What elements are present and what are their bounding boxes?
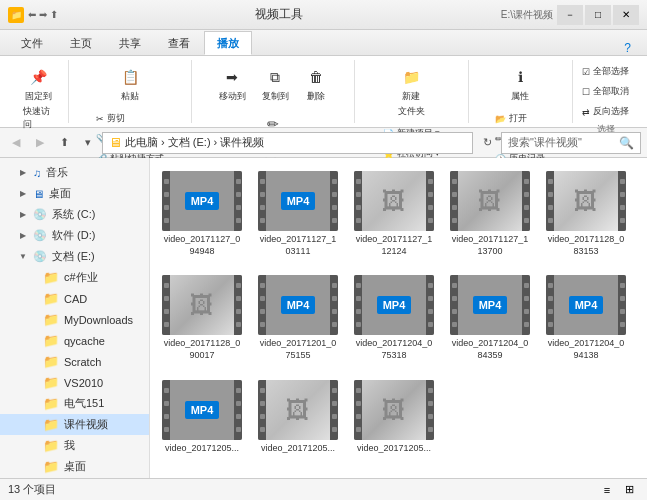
delete-button[interactable]: 🗑 删除 xyxy=(298,62,334,107)
film-content: MP4 xyxy=(266,171,330,231)
sidebar-item-wo[interactable]: 📁 我 xyxy=(0,435,149,456)
sidebar-item-cad[interactable]: 📁 CAD xyxy=(0,288,149,309)
film-holes-left xyxy=(258,380,266,440)
drive-d-icon: 💿 xyxy=(33,229,47,242)
sidebar-item-vs2010[interactable]: 📁 VS2010 xyxy=(0,372,149,393)
photo-icon: 🖼 xyxy=(574,187,598,215)
tab-file[interactable]: 文件 xyxy=(8,31,56,55)
title-bar-left: 📁 ⬅ ➡ ⬆ xyxy=(8,7,58,23)
maximize-button[interactable]: □ xyxy=(585,5,611,25)
tab-home[interactable]: 主页 xyxy=(57,31,105,55)
list-item[interactable]: 🖼 video_20171205... xyxy=(350,375,438,460)
delete-icon: 🗑 xyxy=(305,66,327,88)
expand-icon xyxy=(28,441,38,451)
file-thumbnail: MP4 xyxy=(162,380,242,440)
ribbon-group-pin: 📌 固定到 快速访问 xyxy=(8,60,69,123)
film-holes-left xyxy=(546,275,554,335)
expand-icon xyxy=(28,294,38,304)
search-box[interactable]: 搜索"课件视频" 🔍 xyxy=(501,132,641,154)
film-holes-left xyxy=(354,275,362,335)
sidebar-item-dianqi[interactable]: 📁 电气151 xyxy=(0,393,149,414)
list-item[interactable]: 🖼 video_20171127_112124 xyxy=(350,166,438,262)
list-item[interactable]: 🖼 video_20171128_090017 xyxy=(158,270,246,366)
list-item[interactable]: 🖼 video_20171128_083153 xyxy=(542,166,630,262)
sidebar-item-zhuomian[interactable]: 📁 桌面 xyxy=(0,456,149,477)
sidebar-item-e[interactable]: ▼ 💿 文档 (E:) xyxy=(0,246,149,267)
file-grid: MP4 video_20171127_094948 xyxy=(158,166,639,459)
minimize-button[interactable]: － xyxy=(557,5,583,25)
invert-select-button[interactable]: ⇄ 反向选择 xyxy=(577,102,634,121)
ribbon-group-open: ℹ 属性 📂 打开 ✏ 编辑 🕐 历史记录 打开 xyxy=(469,60,573,123)
up-button[interactable]: ⬆ xyxy=(54,132,74,154)
new-folder-button[interactable]: 📁 新建 文件夹 xyxy=(391,62,432,122)
file-thumbnail: MP4 xyxy=(354,275,434,335)
select-none-button[interactable]: ☐ 全部取消 xyxy=(577,82,634,101)
folder-icon: 📁 xyxy=(43,312,59,327)
sidebar-item-kejian[interactable]: 📁 课件视频 xyxy=(0,414,149,435)
grid-view-button[interactable]: ⊞ xyxy=(619,481,639,499)
sidebar-item-mydownloads[interactable]: 📁 MyDownloads xyxy=(0,309,149,330)
film-holes-left xyxy=(162,380,170,440)
list-item[interactable]: MP4 video_20171205... xyxy=(158,375,246,460)
film-holes-right xyxy=(330,275,338,335)
open-button[interactable]: 📂 打开 xyxy=(490,109,550,128)
sidebar-item-qycache[interactable]: 📁 qycache xyxy=(0,330,149,351)
sidebar-item-csharp[interactable]: 📁 c#作业 xyxy=(0,267,149,288)
ribbon-tabs: 文件 主页 共享 查看 播放 ? xyxy=(0,30,647,56)
sidebar-item-scratch[interactable]: 📁 Scratch xyxy=(0,351,149,372)
tab-play[interactable]: 播放 xyxy=(204,31,252,55)
window-controls: － □ ✕ xyxy=(557,5,639,25)
file-name: video_20171204_094138 xyxy=(547,338,625,361)
file-thumbnail: 🖼 xyxy=(354,171,434,231)
film-holes-right xyxy=(618,275,626,335)
list-item[interactable]: MP4 video_20171204_084359 xyxy=(446,270,534,366)
view-icons: ≡ ⊞ xyxy=(597,481,639,499)
film-holes-left xyxy=(354,171,362,231)
sidebar-label-c: 系统 (C:) xyxy=(52,207,95,222)
copy-to-button[interactable]: ⧉ 复制到 xyxy=(255,62,296,107)
back-button[interactable]: ◀ xyxy=(6,132,26,154)
recent-locations-button[interactable]: ▾ xyxy=(78,132,98,154)
expand-icon xyxy=(28,420,38,430)
move-to-button[interactable]: ➡ 移动到 xyxy=(212,62,253,107)
list-view-button[interactable]: ≡ xyxy=(597,481,617,499)
tab-view[interactable]: 查看 xyxy=(155,31,203,55)
expand-icon xyxy=(28,336,38,346)
paste-button[interactable]: 📋 粘贴 xyxy=(110,62,150,107)
file-thumbnail: MP4 xyxy=(258,275,338,335)
refresh-button[interactable]: ↻ xyxy=(477,132,497,154)
pin-quick-access-button[interactable]: 📌 固定到 快速访问 xyxy=(16,62,60,135)
film-holes-right xyxy=(522,171,530,231)
list-item[interactable]: MP4 video_20171204_075318 xyxy=(350,270,438,366)
list-item[interactable]: 🖼 video_20171205... xyxy=(254,375,342,460)
forward-button[interactable]: ▶ xyxy=(30,132,50,154)
cut-button[interactable]: ✂ 剪切 xyxy=(91,109,169,128)
film-holes-right xyxy=(426,275,434,335)
help-icon[interactable]: ? xyxy=(616,41,639,55)
sidebar-item-c[interactable]: ▶ 💿 系统 (C:) xyxy=(0,204,149,225)
sidebar-item-desktop[interactable]: ▶ 🖥 桌面 xyxy=(0,183,149,204)
sidebar-item-music[interactable]: ▶ ♫ 音乐 xyxy=(0,162,149,183)
window-path: E:\课件视频 xyxy=(501,8,553,22)
select-all-button[interactable]: ☑ 全部选择 xyxy=(577,62,634,81)
sidebar-item-d[interactable]: ▶ 💿 软件 (D:) xyxy=(0,225,149,246)
expand-icon: ▶ xyxy=(18,168,28,178)
list-item[interactable]: MP4 video_20171201_075155 xyxy=(254,270,342,366)
mp4-badge: MP4 xyxy=(281,296,316,314)
film-strip: MP4 xyxy=(162,380,242,440)
tab-share[interactable]: 共享 xyxy=(106,31,154,55)
ribbon-group-organize: ➡ 移动到 ⧉ 复制到 🗑 删除 ✏ 重命名 组织 xyxy=(192,60,355,123)
list-item[interactable]: MP4 video_20171127_103111 xyxy=(254,166,342,262)
film-holes-left xyxy=(258,275,266,335)
properties-button[interactable]: ℹ 属性 xyxy=(502,62,538,107)
list-item[interactable]: MP4 video_20171127_094948 xyxy=(158,166,246,262)
sidebar-label-desktop: 桌面 xyxy=(49,186,71,201)
close-button[interactable]: ✕ xyxy=(613,5,639,25)
address-path[interactable]: 🖥 此电脑 › 文档 (E:) › 课件视频 xyxy=(102,132,473,154)
list-item[interactable]: 🖼 video_20171127_113700 xyxy=(446,166,534,262)
expand-icon xyxy=(28,273,38,283)
film-holes-right xyxy=(234,171,242,231)
list-item[interactable]: MP4 video_20171204_094138 xyxy=(542,270,630,366)
move-icon: ➡ xyxy=(221,66,243,88)
file-thumbnail: MP4 xyxy=(162,171,242,231)
